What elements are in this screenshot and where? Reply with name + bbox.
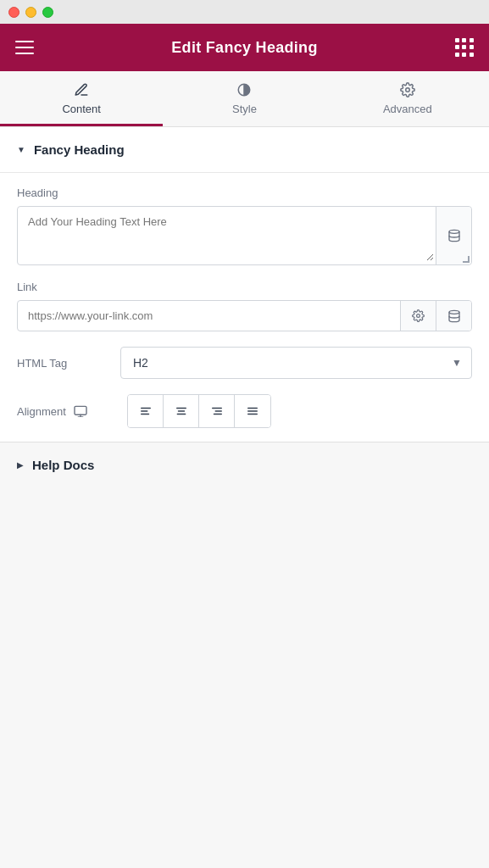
html-tag-select[interactable]: H1 H2 H3 H4 H5 H6 div span p — [120, 347, 472, 379]
help-docs-section: ▶ Help Docs — [0, 442, 489, 868]
main-content: ▼ Fancy Heading Heading — [0, 127, 489, 868]
svg-point-1 — [406, 88, 410, 92]
fancy-heading-section: ▼ Fancy Heading Heading — [0, 127, 489, 442]
alignment-inline-field: Alignment — [17, 394, 472, 428]
align-right-button[interactable] — [199, 395, 235, 427]
help-docs-title: Help Docs — [32, 458, 94, 472]
svg-rect-5 — [75, 406, 86, 415]
tab-advanced-label: Advanced — [383, 103, 432, 115]
app-header: Edit Fancy Heading — [0, 24, 489, 71]
html-tag-label: HTML Tag — [17, 357, 110, 370]
tab-content-label: Content — [62, 103, 101, 115]
form-area: Heading Link — [0, 173, 489, 442]
minimize-button[interactable] — [25, 7, 36, 18]
html-tag-select-wrapper: H1 H2 H3 H4 H5 H6 div span p ▼ — [120, 347, 472, 379]
svg-point-2 — [449, 230, 459, 233]
html-tag-field-group: HTML Tag H1 H2 H3 H4 H5 H6 div span p — [17, 347, 472, 379]
align-center-button[interactable] — [164, 395, 199, 427]
link-input-wrapper — [17, 300, 472, 331]
maximize-button[interactable] — [42, 7, 53, 18]
heading-textarea[interactable] — [18, 207, 434, 261]
alignment-buttons — [127, 394, 271, 428]
tabs-bar: Content Style Advanced — [0, 71, 489, 127]
section-collapse-arrow: ▼ — [17, 145, 25, 154]
section-title: Fancy Heading — [34, 142, 125, 157]
gear-icon — [399, 81, 416, 98]
align-justify-button[interactable] — [235, 395, 270, 427]
close-button[interactable] — [8, 7, 19, 18]
help-docs-section-header[interactable]: ▶ Help Docs — [0, 442, 489, 487]
textarea-resize-handle — [463, 256, 470, 263]
help-section-arrow: ▶ — [17, 460, 24, 470]
monitor-icon — [73, 405, 88, 417]
titlebar — [0, 0, 489, 24]
heading-textarea-wrapper — [17, 206, 472, 265]
link-field-group: Link — [17, 281, 472, 331]
link-input[interactable] — [18, 301, 400, 331]
tab-style-label: Style — [232, 103, 257, 115]
header-title: Edit Fancy Heading — [171, 39, 317, 57]
alignment-label-group: Alignment — [17, 405, 127, 418]
grid-apps-icon[interactable] — [455, 38, 474, 57]
link-label: Link — [17, 281, 472, 293]
tab-content[interactable]: Content — [0, 71, 163, 126]
pencil-icon — [73, 81, 90, 98]
half-circle-icon — [236, 81, 253, 98]
alignment-field-group: Alignment — [17, 394, 472, 428]
heading-field-group: Heading — [17, 186, 472, 265]
html-tag-inline-field: HTML Tag H1 H2 H3 H4 H5 H6 div span p — [17, 347, 472, 379]
tab-advanced[interactable]: Advanced — [326, 71, 489, 126]
svg-point-4 — [449, 310, 459, 314]
fancy-heading-section-header[interactable]: ▼ Fancy Heading — [0, 127, 489, 173]
hamburger-menu-icon[interactable] — [15, 41, 34, 54]
svg-point-3 — [417, 314, 420, 318]
link-settings-icon[interactable] — [400, 301, 436, 331]
tab-style[interactable]: Style — [163, 71, 325, 126]
align-left-button[interactable] — [128, 395, 164, 427]
alignment-label: Alignment — [17, 405, 66, 418]
heading-label: Heading — [17, 186, 472, 199]
link-dynamic-icon[interactable] — [436, 301, 471, 331]
